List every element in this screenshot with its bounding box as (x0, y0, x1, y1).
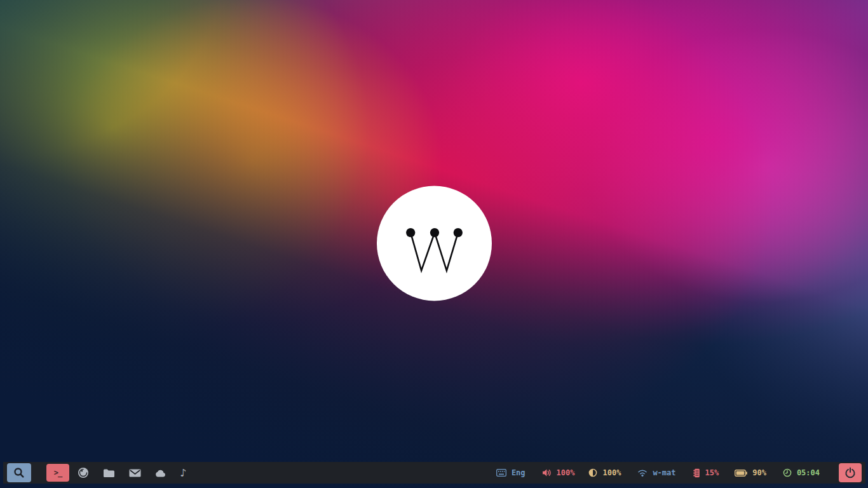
desktop-logo (376, 185, 492, 302)
clock-module[interactable]: 05:04 (783, 468, 820, 477)
chip-icon (693, 468, 700, 478)
wifi-ssid-value: w-mat (653, 468, 675, 477)
mail-icon (129, 469, 141, 477)
keyboard-layout-module[interactable]: Eng (496, 468, 526, 477)
memory-value: 15% (705, 468, 719, 477)
keyboard-layout-value: Eng (512, 468, 526, 477)
brightness-value: 100% (602, 468, 621, 477)
search-button[interactable] (7, 463, 31, 482)
battery-value: 90% (752, 468, 766, 477)
status-area: Eng 100% 100% w-mat (496, 463, 865, 482)
clock-value: 05:04 (797, 468, 820, 477)
launcher-group: >_ ♪ (3, 462, 186, 484)
contrast-icon (588, 468, 597, 477)
volume-module[interactable]: 100% (542, 468, 575, 477)
search-icon (13, 466, 25, 479)
terminal-button[interactable]: >_ (46, 464, 69, 482)
terminal-prompt-icon: >_ (54, 468, 62, 477)
wifi-module[interactable]: w-mat (637, 468, 675, 477)
files-launcher[interactable] (103, 468, 115, 478)
cloud-launcher[interactable] (154, 469, 166, 477)
battery-module[interactable]: 90% (735, 468, 766, 477)
music-note-icon: ♪ (180, 468, 186, 478)
battery-icon (735, 470, 747, 477)
firefox-launcher[interactable] (78, 467, 89, 478)
keyboard-icon (496, 469, 506, 477)
brightness-module[interactable]: 100% (588, 468, 621, 477)
volume-icon (542, 468, 552, 477)
memory-module[interactable]: 15% (693, 468, 719, 478)
power-icon (844, 467, 856, 478)
clock-icon (783, 468, 792, 477)
cloud-icon (154, 469, 166, 477)
music-launcher[interactable]: ♪ (180, 468, 186, 478)
wifi-icon (637, 469, 648, 477)
taskbar: >_ ♪ (3, 462, 865, 484)
firefox-icon (78, 467, 89, 478)
folder-icon (103, 468, 115, 478)
power-button[interactable] (839, 463, 862, 482)
w-logo-icon (376, 185, 492, 302)
volume-value: 100% (557, 468, 575, 477)
mail-launcher[interactable] (129, 469, 141, 477)
